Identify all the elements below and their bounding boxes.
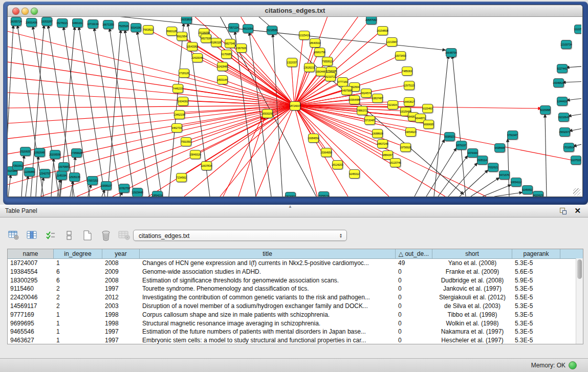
- graph-node[interactable]: 8813054: [243, 24, 253, 33]
- graph-node[interactable]: 9827508: [201, 34, 211, 43]
- graph-node[interactable]: 11122570: [574, 25, 582, 34]
- graph-node[interactable]: 2718126: [179, 69, 189, 78]
- scrollbar-thumb[interactable]: [577, 259, 582, 279]
- graph-node[interactable]: 1107533: [571, 156, 581, 165]
- graph-node[interactable]: 20691406: [26, 18, 37, 27]
- graph-node[interactable]: 7955812: [322, 57, 333, 66]
- column-header-year[interactable]: year: [102, 249, 140, 258]
- graph-node[interactable]: 7515526: [118, 21, 129, 31]
- graph-node[interactable]: 15358274: [318, 191, 329, 196]
- graph-node[interactable]: 9699695: [423, 120, 434, 129]
- zoom-button[interactable]: [31, 8, 38, 15]
- column-header-pagerank[interactable]: pagerank: [512, 249, 560, 258]
- column-header-title[interactable]: title: [140, 249, 396, 258]
- graph-node[interactable]: 12505135: [69, 172, 80, 182]
- graph-node[interactable]: 6497568: [341, 86, 352, 95]
- graph-node[interactable]: 7632621: [488, 163, 498, 172]
- graph-node[interactable]: 7886372: [357, 106, 367, 115]
- graph-node[interactable]: 16961758: [314, 48, 325, 57]
- graph-node[interactable]: 15692971: [559, 127, 570, 137]
- graph-node[interactable]: 9227441: [557, 64, 568, 73]
- window-titlebar[interactable]: citations_edges.txt: [8, 5, 582, 17]
- graph-node[interactable]: 9175685: [221, 50, 232, 59]
- graph-node[interactable]: 9474444: [467, 148, 478, 158]
- graph-node[interactable]: 12923448: [132, 188, 143, 196]
- graph-node[interactable]: 10807487: [372, 94, 383, 103]
- graph-node[interactable]: 13626215: [304, 63, 315, 72]
- graph-node[interactable]: 9245012: [349, 169, 360, 179]
- table-row[interactable]: 2242004622012Investigating the contribut…: [8, 293, 583, 302]
- graph-node[interactable]: 18300295: [262, 109, 273, 118]
- graph-node[interactable]: 16053809: [181, 17, 192, 24]
- minimize-button[interactable]: [21, 8, 29, 15]
- graph-node[interactable]: 16671355: [103, 20, 114, 29]
- table-row[interactable]: 969969511998Structural magnetic resonanc…: [8, 319, 583, 328]
- graph-node[interactable]: 20364486: [349, 95, 360, 104]
- merge-rows-icon[interactable]: [62, 229, 76, 242]
- graph-node[interactable]: 10973493: [395, 51, 406, 60]
- graph-node[interactable]: 1145194: [56, 171, 67, 180]
- graph-node[interactable]: 12342757: [39, 169, 50, 178]
- graph-node[interactable]: 15276021: [57, 18, 68, 28]
- table-row[interactable]: 911546021997Tourette syndrome. Phenomeno…: [8, 285, 583, 293]
- graph-node[interactable]: 5938923: [444, 132, 455, 141]
- table-row[interactable]: 1456911722003Disruption of a novel membe…: [8, 302, 583, 311]
- graph-node[interactable]: 17957253: [87, 176, 98, 185]
- graph-node[interactable]: 6791947: [507, 130, 518, 140]
- table-row[interactable]: 1872400712008Changes of HCN gene express…: [8, 259, 583, 268]
- graph-node[interactable]: 8215958: [540, 105, 551, 115]
- graph-node[interactable]: 2935114: [477, 156, 488, 165]
- graph-node[interactable]: 11325419: [299, 31, 310, 40]
- graph-node[interactable]: 13462199: [174, 110, 185, 119]
- graph-node[interactable]: 9438668: [494, 143, 505, 152]
- graph-node[interactable]: 7591550: [181, 137, 191, 146]
- graph-node[interactable]: 17359928: [71, 148, 82, 158]
- graph-node[interactable]: 19384554: [308, 134, 319, 143]
- graph-node[interactable]: 14463627: [404, 97, 415, 106]
- graph-node[interactable]: 17016504: [563, 143, 574, 152]
- graph-node[interactable]: 6879197: [456, 141, 467, 150]
- graph-node[interactable]: 19654923: [405, 127, 416, 137]
- graph-node[interactable]: 16120746: [390, 158, 401, 167]
- graph-node[interactable]: 15364950: [321, 148, 332, 157]
- graph-node[interactable]: 12213967: [386, 37, 397, 47]
- graph-node[interactable]: 10975887: [58, 162, 69, 171]
- table-settings-icon[interactable]: [7, 229, 20, 242]
- graph-node[interactable]: 1604091: [178, 97, 188, 106]
- graph-node[interactable]: 8912954: [177, 32, 187, 41]
- column-header-out_de[interactable]: △ out_de...: [396, 249, 432, 258]
- graph-node[interactable]: 15720487: [364, 116, 375, 125]
- graph-node[interactable]: 18640910: [310, 38, 320, 48]
- column-visibility-icon[interactable]: [26, 229, 39, 242]
- table-row[interactable]: 977716911998Corpus callosum shape and si…: [8, 311, 583, 319]
- graph-node[interactable]: 7957224: [228, 23, 239, 32]
- graph-node[interactable]: 14346828: [553, 78, 564, 87]
- select-rows-icon[interactable]: [44, 229, 57, 242]
- graph-node[interactable]: 16210643: [558, 113, 569, 122]
- graph-node[interactable]: 16154808: [377, 26, 388, 35]
- new-column-icon[interactable]: [81, 229, 94, 242]
- graph-node[interactable]: 9777169: [337, 77, 348, 86]
- graph-node[interactable]: 6466161: [72, 18, 83, 28]
- graph-node[interactable]: 2367606: [236, 43, 247, 53]
- graph-node[interactable]: 10719134: [88, 19, 98, 29]
- graph-node[interactable]: 1992648: [34, 148, 45, 157]
- graph-node[interactable]: 16782759: [119, 184, 129, 193]
- graph-node[interactable]: 8660128: [166, 27, 177, 36]
- graph-node[interactable]: 3242848: [217, 62, 228, 71]
- graph-node[interactable]: 3624574: [361, 89, 372, 98]
- graph-node[interactable]: 10543382: [187, 42, 198, 51]
- graph-node[interactable]: 9462733: [171, 123, 182, 133]
- graph-node[interactable]: 11156889: [24, 167, 35, 177]
- graph-node[interactable]: 7446219: [172, 84, 183, 93]
- close-button[interactable]: [12, 8, 19, 15]
- graph-node[interactable]: 20587682: [366, 17, 377, 25]
- graph-node[interactable]: 18807249: [377, 139, 388, 148]
- graph-node[interactable]: 1322037: [287, 58, 297, 67]
- graph-node[interactable]: 18724007: [290, 101, 300, 111]
- table-row[interactable]: 1938455462009Genome-wide association stu…: [8, 268, 583, 276]
- delete-column-icon[interactable]: [99, 229, 113, 242]
- table-row[interactable]: 946554611997Estimation of the future num…: [8, 327, 583, 336]
- graph-node[interactable]: 2803144: [217, 75, 228, 84]
- graph-node[interactable]: 8186328: [211, 38, 222, 47]
